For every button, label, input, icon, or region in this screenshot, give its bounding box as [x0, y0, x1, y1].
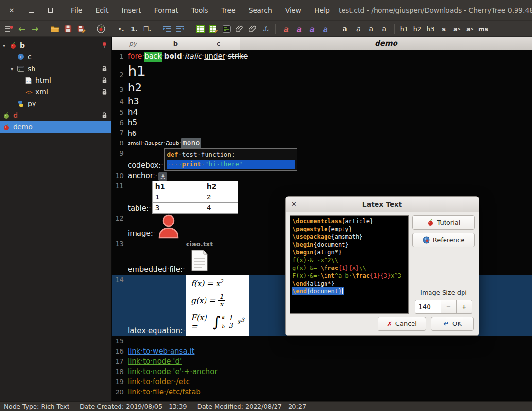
edit-table-icon[interactable] [207, 22, 219, 35]
link-web-segment[interactable]: link·to·web·ansa.it [128, 346, 194, 357]
insert-node-icon[interactable] [95, 22, 107, 35]
menu-edit[interactable]: Edit [95, 6, 108, 14]
ok-button[interactable]: ↵ OK [431, 317, 474, 331]
editor-line: 4h3 [112, 95, 532, 107]
tree-item-sh[interactable]: ▾sh [0, 63, 111, 74]
menu-search[interactable]: Search [249, 6, 272, 14]
insert-table-icon[interactable] [194, 22, 206, 35]
str-segment: "hi·there" [205, 161, 242, 168]
insert-codebox-icon[interactable] [221, 22, 232, 35]
insert-anchor-icon[interactable]: ⚓ [260, 22, 272, 35]
dpi-increase-button[interactable]: + [457, 300, 472, 314]
h1-icon[interactable]: h1 [398, 22, 410, 35]
numbered-list-icon[interactable]: 1. [128, 22, 140, 35]
monospace-icon[interactable]: ms [477, 22, 489, 35]
insert-image-icon[interactable] [234, 22, 245, 35]
link-file-segment[interactable]: link·to·folder·/etc [128, 377, 190, 387]
menu-tree[interactable]: Tree [222, 6, 236, 14]
color-style4-icon[interactable]: a [319, 22, 331, 35]
cmd-segment: \documentclass [292, 218, 342, 225]
color-style3-icon[interactable]: a [306, 22, 318, 35]
close-window-icon[interactable]: ✕ [8, 6, 16, 14]
codebox-widget[interactable]: def·test·function:····print·"hi·there" [164, 148, 297, 171]
plain-segment: image: [128, 229, 153, 238]
embedded-file-name: ciao.txt [186, 239, 213, 249]
embedded-table[interactable]: h1h21234 [152, 181, 238, 214]
math-text: x2 [216, 279, 223, 288]
lock-icon [102, 66, 111, 72]
tree-item-py[interactable]: py [0, 98, 111, 109]
superscript-icon[interactable]: as [451, 22, 463, 35]
nav-button-py[interactable]: py [112, 37, 154, 50]
editor-line-codebox: 9 codebox:· def·test·function:····print·… [112, 148, 532, 171]
expander-icon[interactable]: ▾ [11, 66, 17, 71]
link-node-segment[interactable]: link·to·node·'e'·+·anchor [128, 367, 218, 377]
anchor-icon[interactable]: ⚓ [158, 172, 167, 181]
tree-item-xml[interactable]: <>xml [0, 86, 111, 98]
math-fraction: 13 [227, 314, 234, 330]
foreground-color-icon[interactable]: a [280, 22, 292, 35]
tree-item-d[interactable]: d [0, 109, 111, 121]
latex-image[interactable]: f(x) = x2 g(x) = 1x F(x) = ∫ ab [186, 275, 249, 336]
insert-file-icon[interactable] [247, 22, 258, 35]
save-as-icon[interactable] [75, 22, 87, 35]
strikethrough-icon[interactable]: a [378, 22, 390, 35]
small-icon[interactable]: s [438, 22, 449, 35]
cancel-button[interactable]: ✗ Cancel [378, 317, 426, 331]
menu-view[interactable]: View [285, 6, 301, 14]
tree-item-c[interactable]: cc [0, 51, 111, 63]
tree-item-b[interactable]: ▾b [0, 39, 111, 51]
menu-file[interactable]: File [71, 6, 82, 14]
node-list-icon[interactable] [3, 22, 15, 35]
kw-segment: def [167, 151, 178, 158]
tree-item-demo[interactable]: demo [0, 121, 111, 133]
line-number: 20 [112, 387, 127, 397]
line-number: 10 [112, 171, 127, 181]
go-forward-icon[interactable]: → [29, 22, 41, 35]
table-widget[interactable]: h1h21234 [152, 181, 238, 214]
link-file-segment[interactable]: link·to·file·/etc/fstab [128, 387, 201, 397]
line-number: 13 [112, 239, 127, 249]
dialog-close-icon[interactable]: ✕ [292, 200, 297, 208]
background-color-icon[interactable]: a [293, 22, 305, 35]
go-back-icon[interactable]: ← [16, 22, 28, 35]
subscript-icon[interactable]: as [464, 22, 476, 35]
indent-left-icon[interactable] [174, 22, 186, 35]
menu-format[interactable]: Format [154, 6, 178, 14]
underline-icon[interactable]: a [365, 22, 377, 35]
link-node-segment[interactable]: link·to·node·'d' [128, 357, 182, 367]
nav-button-b[interactable]: b [154, 37, 197, 50]
editor-line: 19link·to·folder·/etc [112, 377, 532, 387]
indent-right-icon[interactable] [161, 22, 173, 35]
tree-item-html[interactable]: <>html [0, 74, 111, 86]
dpi-input[interactable] [415, 300, 441, 314]
dpi-decrease-button[interactable]: − [441, 300, 457, 314]
save-icon[interactable] [62, 22, 74, 35]
h2-icon[interactable]: h2 [412, 22, 423, 35]
open-file-icon[interactable] [49, 22, 61, 35]
tree-item-label: c [28, 53, 32, 61]
italic-icon[interactable]: a [352, 22, 364, 35]
menu-tools[interactable]: Tools [191, 6, 208, 14]
expander-icon[interactable]: ▾ [3, 43, 10, 48]
menu-insert[interactable]: Insert [122, 6, 141, 14]
bullet-list-icon[interactable]: •. [115, 22, 127, 35]
nav-button-c[interactable]: c [197, 37, 240, 50]
reference-button[interactable]: Reference [412, 233, 475, 247]
node-nav-buttons: pybc [112, 37, 240, 50]
line-content: h5 [127, 118, 137, 128]
integral-sign: ∫ [213, 315, 221, 328]
cmd-segment: \pagestyle [292, 226, 327, 232]
embedded-file-widget[interactable]: ciao.txt [186, 239, 213, 275]
dot-segment: · [183, 326, 185, 335]
maximize-window-icon[interactable] [47, 6, 54, 14]
tree-panel[interactable]: ▾bcc▾sh<>html<>xmlpyddemo [0, 37, 112, 401]
latex-source-editor[interactable]: \documentclass{article}\pagestyle{empty}… [290, 215, 409, 314]
bold-icon[interactable]: a [339, 22, 351, 35]
embedded-image[interactable] [157, 214, 180, 239]
tutorial-button[interactable]: Tutorial [412, 215, 475, 230]
todo-list-icon[interactable]: ☐. [141, 22, 153, 35]
minimize-window-icon[interactable] [27, 6, 35, 14]
menu-help[interactable]: Help [314, 6, 330, 14]
h3-icon[interactable]: h3 [425, 22, 436, 35]
